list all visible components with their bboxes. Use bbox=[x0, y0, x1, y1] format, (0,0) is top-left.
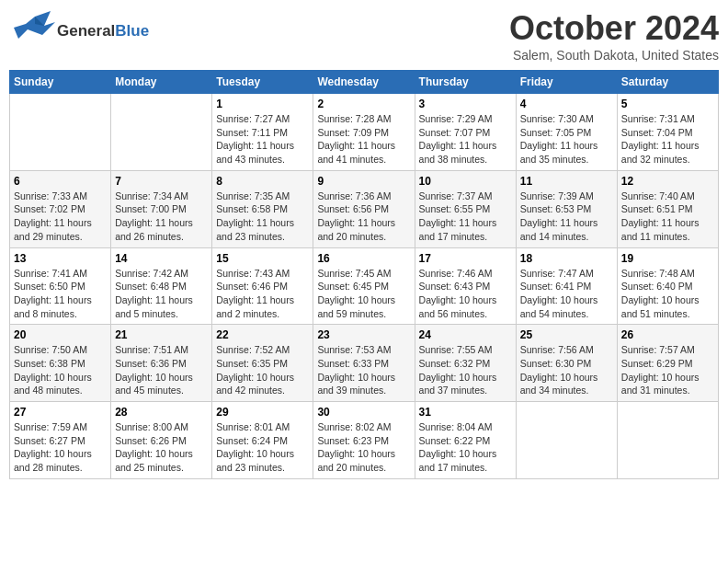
sunset-text: Sunset: 6:24 PM bbox=[216, 435, 288, 446]
calendar-cell: 25 Sunrise: 7:56 AM Sunset: 6:30 PM Dayl… bbox=[516, 325, 617, 402]
sunset-text: Sunset: 6:41 PM bbox=[520, 281, 592, 292]
sunrise-text: Sunrise: 8:00 AM bbox=[115, 421, 188, 432]
cell-content: Sunrise: 7:48 AM Sunset: 6:40 PM Dayligh… bbox=[621, 267, 714, 321]
cell-content: Sunrise: 8:02 AM Sunset: 6:23 PM Dayligh… bbox=[317, 420, 410, 475]
day-number: 17 bbox=[419, 252, 512, 265]
calendar-cell: 26 Sunrise: 7:57 AM Sunset: 6:29 PM Dayl… bbox=[617, 325, 718, 402]
sunset-text: Sunset: 6:36 PM bbox=[115, 358, 187, 369]
calendar-cell: 3 Sunrise: 7:29 AM Sunset: 7:07 PM Dayli… bbox=[415, 94, 516, 171]
sunrise-text: Sunrise: 8:04 AM bbox=[419, 421, 493, 432]
day-number: 14 bbox=[115, 252, 208, 265]
title-block: October 2024 Salem, South Dakota, United… bbox=[509, 9, 719, 63]
sunrise-text: Sunrise: 7:31 AM bbox=[621, 113, 695, 124]
daylight-text: Daylight: 10 hours and 51 minutes. bbox=[621, 294, 700, 319]
daylight-text: Daylight: 10 hours and 25 minutes. bbox=[115, 448, 193, 473]
day-number: 2 bbox=[317, 98, 410, 110]
calendar-cell: 4 Sunrise: 7:30 AM Sunset: 7:05 PM Dayli… bbox=[516, 94, 617, 171]
day-number: 15 bbox=[216, 252, 309, 265]
calendar-cell: 9 Sunrise: 7:36 AM Sunset: 6:56 PM Dayli… bbox=[313, 170, 415, 247]
sunset-text: Sunset: 6:51 PM bbox=[621, 203, 693, 214]
sunrise-text: Sunrise: 7:55 AM bbox=[419, 344, 493, 355]
calendar-cell: 17 Sunrise: 7:46 AM Sunset: 6:43 PM Dayl… bbox=[415, 247, 516, 325]
calendar-cell: 23 Sunrise: 7:53 AM Sunset: 6:33 PM Dayl… bbox=[313, 325, 415, 402]
calendar-cell: 22 Sunrise: 7:52 AM Sunset: 6:35 PM Dayl… bbox=[212, 325, 313, 402]
sunrise-text: Sunrise: 7:59 AM bbox=[14, 421, 87, 432]
sunrise-text: Sunrise: 7:48 AM bbox=[621, 268, 695, 279]
sunset-text: Sunset: 7:00 PM bbox=[115, 203, 187, 214]
day-number: 13 bbox=[14, 252, 107, 265]
daylight-text: Daylight: 11 hours and 32 minutes. bbox=[621, 140, 700, 165]
calendar-cell: 1 Sunrise: 7:27 AM Sunset: 7:11 PM Dayli… bbox=[212, 94, 313, 171]
cell-content: Sunrise: 7:51 AM Sunset: 6:36 PM Dayligh… bbox=[115, 343, 208, 397]
daylight-text: Daylight: 11 hours and 8 minutes. bbox=[14, 294, 92, 319]
cell-content: Sunrise: 7:45 AM Sunset: 6:45 PM Dayligh… bbox=[317, 267, 410, 321]
sunset-text: Sunset: 6:32 PM bbox=[419, 358, 491, 369]
cell-content: Sunrise: 7:35 AM Sunset: 6:58 PM Dayligh… bbox=[216, 190, 309, 244]
sunrise-text: Sunrise: 7:41 AM bbox=[14, 268, 87, 279]
cell-content: Sunrise: 7:37 AM Sunset: 6:55 PM Dayligh… bbox=[419, 190, 512, 244]
header-sunday: Sunday bbox=[10, 71, 111, 94]
cell-content: Sunrise: 7:43 AM Sunset: 6:46 PM Dayligh… bbox=[216, 267, 309, 321]
sunrise-text: Sunrise: 7:28 AM bbox=[317, 113, 391, 124]
sunset-text: Sunset: 7:07 PM bbox=[419, 127, 491, 138]
day-number: 19 bbox=[621, 252, 714, 265]
cell-content: Sunrise: 7:53 AM Sunset: 6:33 PM Dayligh… bbox=[317, 343, 410, 397]
cell-content: Sunrise: 7:28 AM Sunset: 7:09 PM Dayligh… bbox=[317, 112, 410, 167]
sunset-text: Sunset: 6:35 PM bbox=[216, 358, 288, 369]
header-tuesday: Tuesday bbox=[212, 71, 313, 94]
daylight-text: Daylight: 11 hours and 43 minutes. bbox=[216, 140, 294, 165]
daylight-text: Daylight: 10 hours and 54 minutes. bbox=[520, 294, 598, 319]
day-number: 1 bbox=[216, 98, 309, 110]
daylight-text: Daylight: 11 hours and 11 minutes. bbox=[621, 217, 700, 242]
day-number: 6 bbox=[14, 175, 107, 188]
cell-content: Sunrise: 7:42 AM Sunset: 6:48 PM Dayligh… bbox=[115, 267, 208, 321]
calendar-cell: 5 Sunrise: 7:31 AM Sunset: 7:04 PM Dayli… bbox=[617, 94, 718, 171]
daylight-text: Daylight: 11 hours and 29 minutes. bbox=[14, 217, 92, 242]
calendar-cell: 7 Sunrise: 7:34 AM Sunset: 7:00 PM Dayli… bbox=[111, 170, 212, 247]
calendar-cell: 20 Sunrise: 7:50 AM Sunset: 6:38 PM Dayl… bbox=[10, 325, 111, 402]
day-number: 16 bbox=[317, 252, 410, 265]
header-saturday: Saturday bbox=[617, 71, 718, 94]
day-number: 18 bbox=[520, 252, 613, 265]
daylight-text: Daylight: 10 hours and 20 minutes. bbox=[317, 448, 395, 473]
calendar-cell: 6 Sunrise: 7:33 AM Sunset: 7:02 PM Dayli… bbox=[10, 170, 111, 247]
calendar-cell: 12 Sunrise: 7:40 AM Sunset: 6:51 PM Dayl… bbox=[617, 170, 718, 247]
sunset-text: Sunset: 7:09 PM bbox=[317, 127, 389, 138]
daylight-text: Daylight: 11 hours and 20 minutes. bbox=[317, 217, 395, 242]
daylight-text: Daylight: 10 hours and 39 minutes. bbox=[317, 372, 395, 396]
day-number: 25 bbox=[520, 328, 613, 341]
day-number: 23 bbox=[317, 328, 410, 341]
daylight-text: Daylight: 10 hours and 37 minutes. bbox=[419, 372, 497, 396]
sunrise-text: Sunrise: 7:42 AM bbox=[115, 268, 188, 279]
calendar-cell: 8 Sunrise: 7:35 AM Sunset: 6:58 PM Dayli… bbox=[212, 170, 313, 247]
daylight-text: Daylight: 11 hours and 5 minutes. bbox=[115, 294, 193, 319]
cell-content: Sunrise: 7:46 AM Sunset: 6:43 PM Dayligh… bbox=[419, 267, 512, 321]
sunrise-text: Sunrise: 7:53 AM bbox=[317, 344, 391, 355]
day-number: 22 bbox=[216, 328, 309, 341]
calendar-header-row: Sunday Monday Tuesday Wednesday Thursday… bbox=[10, 71, 719, 94]
sunset-text: Sunset: 6:45 PM bbox=[317, 281, 389, 292]
cell-content: Sunrise: 7:55 AM Sunset: 6:32 PM Dayligh… bbox=[419, 343, 512, 397]
cell-content: Sunrise: 7:47 AM Sunset: 6:41 PM Dayligh… bbox=[520, 267, 613, 321]
calendar-table: Sunday Monday Tuesday Wednesday Thursday… bbox=[9, 70, 719, 479]
cell-content: Sunrise: 7:52 AM Sunset: 6:35 PM Dayligh… bbox=[216, 343, 309, 397]
sunrise-text: Sunrise: 7:56 AM bbox=[520, 344, 594, 355]
sunrise-text: Sunrise: 7:50 AM bbox=[14, 344, 87, 355]
cell-content: Sunrise: 7:59 AM Sunset: 6:27 PM Dayligh… bbox=[14, 420, 107, 475]
sunrise-text: Sunrise: 7:57 AM bbox=[621, 344, 695, 355]
header-thursday: Thursday bbox=[415, 71, 516, 94]
calendar-cell: 10 Sunrise: 7:37 AM Sunset: 6:55 PM Dayl… bbox=[415, 170, 516, 247]
sunrise-text: Sunrise: 7:51 AM bbox=[115, 344, 188, 355]
sunset-text: Sunset: 6:50 PM bbox=[14, 281, 85, 292]
day-number: 24 bbox=[419, 328, 512, 341]
sunrise-text: Sunrise: 7:40 AM bbox=[621, 190, 695, 201]
daylight-text: Daylight: 10 hours and 42 minutes. bbox=[216, 372, 294, 396]
sunset-text: Sunset: 6:33 PM bbox=[317, 358, 389, 369]
sunrise-text: Sunrise: 8:01 AM bbox=[216, 421, 290, 432]
page-header: GeneralBlue October 2024 Salem, South Da… bbox=[9, 9, 719, 63]
sunrise-text: Sunrise: 7:29 AM bbox=[419, 113, 493, 124]
sunset-text: Sunset: 7:11 PM bbox=[216, 127, 288, 138]
calendar-cell: 28 Sunrise: 8:00 AM Sunset: 6:26 PM Dayl… bbox=[111, 402, 212, 479]
calendar-cell bbox=[516, 402, 617, 479]
daylight-text: Daylight: 11 hours and 41 minutes. bbox=[317, 140, 395, 165]
